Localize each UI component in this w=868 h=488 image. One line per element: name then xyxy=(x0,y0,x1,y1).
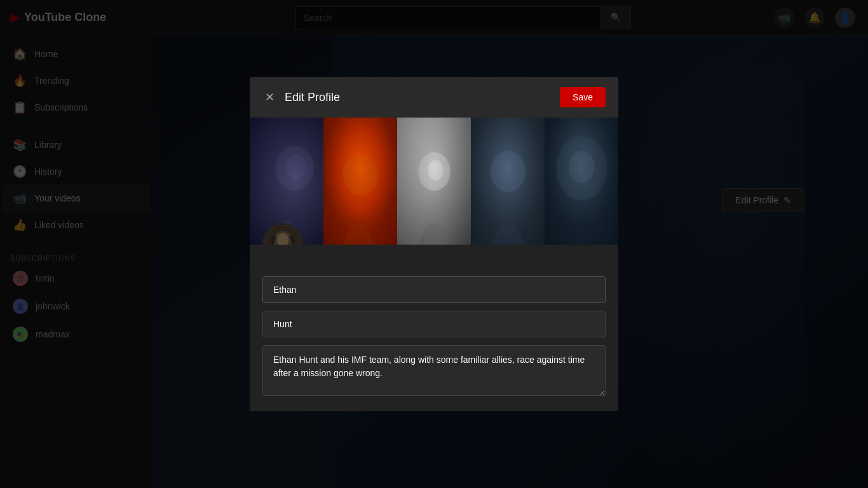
avatar-svg xyxy=(264,223,301,245)
svg-rect-12 xyxy=(545,118,618,245)
banner-image-5 xyxy=(545,118,618,245)
modal-avatar-container xyxy=(262,223,303,245)
banner-image-3 xyxy=(397,118,471,245)
last-name-input[interactable] xyxy=(262,311,606,337)
svg-rect-6 xyxy=(397,118,471,245)
avatar-image xyxy=(264,225,301,245)
banner-strip xyxy=(250,118,618,245)
modal-form xyxy=(250,245,618,411)
svg-point-7 xyxy=(418,152,450,191)
svg-point-11 xyxy=(491,151,525,193)
modal-avatar xyxy=(262,223,303,245)
modal-overlay[interactable]: ✕ Edit Profile Save xyxy=(0,0,868,488)
svg-point-15 xyxy=(569,151,594,183)
first-name-input[interactable] xyxy=(262,276,606,303)
silhouette-svg-4 xyxy=(471,118,545,245)
banner-image-2 xyxy=(323,118,397,245)
silhouette-svg-5 xyxy=(545,118,618,245)
edit-profile-modal: ✕ Edit Profile Save xyxy=(250,77,618,411)
svg-point-5 xyxy=(342,154,378,196)
svg-point-8 xyxy=(428,160,443,180)
svg-rect-10 xyxy=(471,118,545,245)
modal-close-button[interactable]: ✕ xyxy=(262,88,277,107)
modal-header-left: ✕ Edit Profile xyxy=(262,88,340,107)
modal-title: Edit Profile xyxy=(285,91,340,104)
silhouette-svg-2 xyxy=(323,118,397,245)
svg-rect-4 xyxy=(323,118,397,245)
svg-rect-13 xyxy=(545,118,618,245)
svg-point-14 xyxy=(556,136,607,200)
svg-point-1 xyxy=(275,146,314,191)
silhouette-svg-3 xyxy=(397,118,471,245)
svg-point-2 xyxy=(286,154,305,180)
modal-header: ✕ Edit Profile Save xyxy=(250,77,618,118)
svg-rect-3 xyxy=(323,118,397,245)
description-textarea[interactable] xyxy=(262,345,606,396)
modal-save-button[interactable]: Save xyxy=(560,87,606,107)
banner-image-4 xyxy=(471,118,545,245)
svg-rect-9 xyxy=(471,118,545,245)
